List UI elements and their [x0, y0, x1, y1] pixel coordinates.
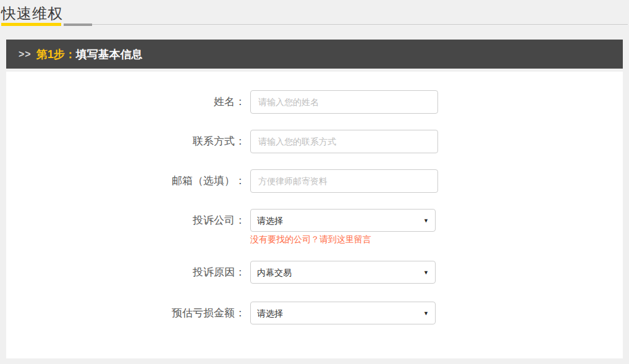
- loss-amount-label: 预估亏损金额：: [6, 302, 245, 325]
- form-panel: 姓名： 联系方式： 邮箱（选填）： 投诉公司： 请选择: [6, 72, 623, 358]
- title-underline-rule: [92, 24, 628, 25]
- page: 快速维权 >> 第1步： 填写基本信息 姓名： 联系方式： 邮箱（选填）：: [0, 0, 629, 358]
- form-row-contact: 联系方式：: [6, 130, 623, 153]
- form-row-loss-amount: 预估亏损金额： 请选择: [6, 302, 623, 325]
- company-label: 投诉公司：: [6, 209, 245, 232]
- name-input[interactable]: [250, 90, 438, 114]
- reason-select[interactable]: 内幕交易: [250, 261, 436, 284]
- form-row-reason: 投诉原因： 内幕交易: [6, 261, 623, 284]
- title-underline-yellow-segment: [1, 23, 61, 26]
- loss-amount-select[interactable]: 请选择: [250, 302, 436, 324]
- company-not-found-link[interactable]: 没有要找的公司？请到这里留言: [250, 234, 436, 245]
- reason-select-wrap: 内幕交易: [250, 261, 436, 284]
- name-label: 姓名：: [6, 90, 245, 114]
- company-control-column: 请选择 没有要找的公司？请到这里留言: [250, 209, 436, 245]
- company-select-wrap: 请选择: [250, 209, 436, 232]
- quick-rights-form: 姓名： 联系方式： 邮箱（选填）： 投诉公司： 请选择: [6, 90, 623, 325]
- company-select[interactable]: 请选择: [250, 209, 436, 232]
- email-label: 邮箱（选填）：: [6, 169, 245, 193]
- step-title-label: 填写基本信息: [76, 47, 143, 62]
- page-title: 快速维权: [1, 4, 628, 22]
- form-row-email: 邮箱（选填）：: [6, 169, 623, 193]
- form-row-name: 姓名：: [6, 90, 623, 114]
- page-header: 快速维权: [0, 0, 629, 26]
- title-underline: [1, 23, 628, 26]
- title-underline-gray-segment: [64, 23, 92, 26]
- step-header-bar: >> 第1步： 填写基本信息: [6, 40, 623, 69]
- step-number-label: 第1步：: [36, 47, 76, 62]
- loss-amount-select-wrap: 请选择: [250, 302, 436, 324]
- email-input[interactable]: [250, 169, 438, 193]
- double-chevron-icon: >>: [19, 49, 32, 60]
- contact-input[interactable]: [250, 130, 438, 153]
- reason-label: 投诉原因：: [6, 261, 245, 284]
- form-row-company: 投诉公司： 请选择 没有要找的公司？请到这里留言: [6, 209, 623, 245]
- contact-label: 联系方式：: [6, 130, 245, 153]
